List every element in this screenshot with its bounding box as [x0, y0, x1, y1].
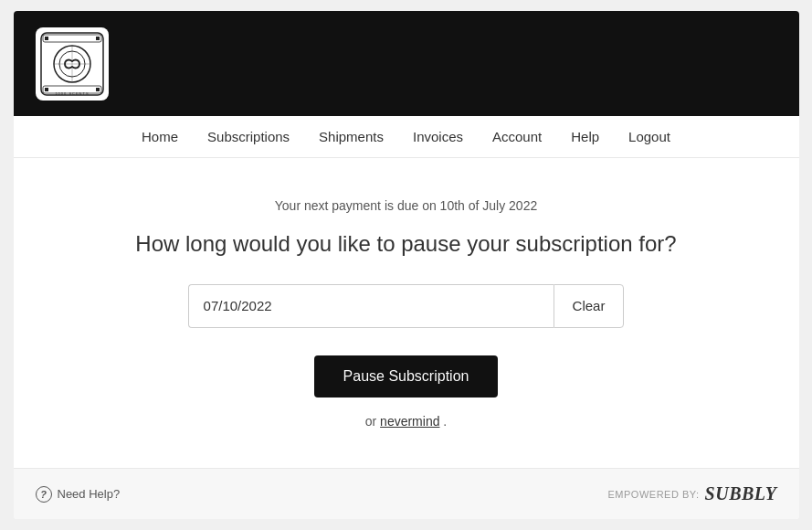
help-label: Need Help?	[58, 487, 121, 501]
main-content: Your next payment is due on 10th of July…	[14, 158, 799, 468]
svg-rect-3	[45, 37, 48, 40]
nav-item-logout[interactable]: Logout	[628, 129, 670, 144]
nevermind-row: or nevermind .	[365, 414, 448, 429]
subbly-logo: Subbly	[705, 483, 777, 504]
nevermind-link[interactable]: nevermind	[380, 414, 439, 429]
logo-svg: 1000 SCENTS	[39, 31, 105, 97]
clear-button[interactable]: Clear	[554, 284, 625, 328]
pause-question: How long would you like to pause your su…	[135, 231, 676, 257]
period-text: .	[443, 414, 447, 429]
svg-rect-4	[96, 37, 100, 40]
nav-item-help[interactable]: Help	[571, 129, 599, 144]
nav-item-invoices[interactable]: Invoices	[413, 129, 463, 144]
powered-by: EMPOWERED BY: Subbly	[608, 483, 777, 504]
site-header: 1000 SCENTS	[14, 11, 799, 116]
logo: 1000 SCENTS	[36, 27, 109, 101]
nav-item-shipments[interactable]: Shipments	[319, 129, 384, 144]
nav-bar: Home Subscriptions Shipments Invoices Ac…	[14, 116, 799, 158]
pause-subscription-button[interactable]: Pause Subscription	[314, 355, 499, 398]
date-input-row: Clear	[188, 284, 625, 328]
svg-rect-5	[45, 88, 48, 91]
payment-due-text: Your next payment is due on 10th of July…	[275, 198, 537, 213]
nav-item-subscriptions[interactable]: Subscriptions	[207, 129, 290, 144]
help-link[interactable]: ? Need Help?	[36, 486, 121, 503]
help-icon: ?	[36, 486, 52, 503]
or-text: or	[365, 414, 376, 429]
nav-item-home[interactable]: Home	[142, 129, 178, 144]
powered-by-label: EMPOWERED BY:	[608, 489, 700, 500]
site-footer: ? Need Help? EMPOWERED BY: Subbly	[14, 468, 799, 519]
nav-item-account[interactable]: Account	[492, 129, 542, 144]
svg-rect-6	[96, 88, 100, 91]
date-input[interactable]	[188, 284, 554, 328]
svg-text:1000 SCENTS: 1000 SCENTS	[55, 91, 89, 96]
